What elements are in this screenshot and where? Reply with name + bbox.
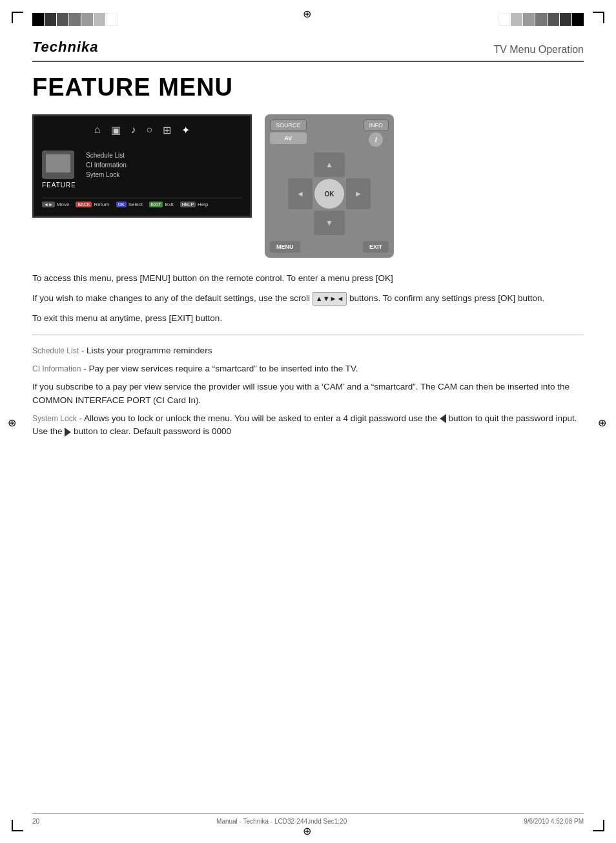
remote-av-button[interactable]: AV <box>270 132 307 144</box>
reg-mark-left <box>8 417 18 427</box>
remote-menu-button[interactable]: MENU <box>270 241 300 253</box>
feature-desc-schedule: Lists your programme reminders <box>87 346 212 355</box>
paragraph-3: To exit this menu at anytime, press [EXI… <box>32 312 584 326</box>
tv-icon-music: ♪ <box>131 124 136 136</box>
feature-item-ci: CI Information - Pay per view services r… <box>32 362 584 375</box>
dpad-empty-bl <box>287 210 313 236</box>
tv-menu-icons: ⌂ ▣ ♪ ○ ⊞ ✦ <box>42 124 242 141</box>
tv-btn-select-label: Select <box>128 202 143 207</box>
page-header: Technika TV Menu Operation <box>32 39 584 62</box>
dpad-empty-tl <box>287 152 313 178</box>
page-section-title: TV Menu Operation <box>493 44 584 56</box>
tv-menu-items-list: Schedule List CI Information Sytem Lock <box>86 151 242 180</box>
para3-text: To exit this menu at anytime, press [EXI… <box>32 313 222 323</box>
reg-mark-top <box>303 8 313 18</box>
remote-bottom-row: MENU EXIT <box>270 241 389 253</box>
tv-content-area: FEATURE Schedule List CI Information Syt… <box>42 151 242 189</box>
footer-left-text: Manual - Technika - LCD32-244.indd Sec1:… <box>216 818 347 825</box>
arrow-right-icon <box>65 428 71 437</box>
remote-info-button[interactable]: i <box>369 132 383 147</box>
section-divider <box>32 335 584 335</box>
dpad-up-button[interactable]: ▲ <box>314 152 345 177</box>
page-footer: 20 Manual - Technika - LCD32-244.indd Se… <box>32 813 584 825</box>
dpad-empty-tr <box>345 152 371 178</box>
dpad-down-button[interactable]: ▼ <box>314 211 345 235</box>
remote-source-label: SOURCE <box>270 120 307 131</box>
corner-mark-tr <box>593 12 604 23</box>
tv-btn-exit: EXIT Exit <box>149 202 174 207</box>
feature-desc-ci: Pay per view services require a “smartca… <box>88 364 358 373</box>
calib-bars-top-right <box>498 13 584 26</box>
tv-feature-label: FEATURE <box>42 182 76 189</box>
tv-btn-return-key: BACK <box>76 202 92 207</box>
tv-btn-exit-key: EXIT <box>149 202 163 207</box>
feature-title-ci: CI Information <box>32 364 81 373</box>
content-section: To access this menu, press [MENU] button… <box>32 272 584 326</box>
feature-item-syslock: System Lock - Allows you to lock or unlo… <box>32 412 584 439</box>
tv-screen-mockup: ⌂ ▣ ♪ ○ ⊞ ✦ FEATURE Schedule List CI Inf… <box>32 114 252 218</box>
dpad-ok-button[interactable]: OK <box>314 179 344 209</box>
page-number: 20 <box>32 818 39 825</box>
para2-suffix-text: buttons. To confirm any settings press [… <box>349 293 544 303</box>
paragraph-1: To access this menu, press [MENU] button… <box>32 272 584 286</box>
tv-menu-item-0: Schedule List <box>86 151 242 160</box>
para1-text: To access this menu, press [MENU] button… <box>32 273 393 283</box>
calib-bars-top-left <box>32 13 118 26</box>
feature-title-schedule: Schedule List <box>32 346 79 355</box>
scroll-arrows-indicator: ▲▼►◄ <box>313 292 347 306</box>
tv-icon-settings: ✦ <box>181 124 190 136</box>
tv-btn-return-label: Return <box>94 202 109 207</box>
dpad-right-button[interactable]: ► <box>346 178 371 209</box>
corner-mark-bl <box>12 820 23 831</box>
remote-info-label: INFO <box>364 120 389 131</box>
tv-icon-grid: ⊞ <box>163 124 171 136</box>
tv-btn-help: HELP Help <box>180 202 209 207</box>
feature-item-cam: If you subscribe to a pay per view servi… <box>32 380 584 407</box>
tv-btn-move: ◄► Move <box>42 202 69 207</box>
tv-icon-display: ▣ <box>111 124 121 136</box>
tv-btn-move-key: ◄► <box>42 202 55 207</box>
feature-desc-syslock: Allows you to lock or unlock the menu. Y… <box>32 413 577 436</box>
brand-logo: Technika <box>32 39 99 56</box>
page-title: FEATURE MENU <box>32 74 584 101</box>
feature-title-syslock: System Lock <box>32 414 77 423</box>
tv-icon-home: ⌂ <box>94 124 101 136</box>
remote-dpad: ▲ ◄ OK ► ▼ <box>287 152 371 236</box>
tv-feature-image <box>42 151 74 179</box>
arrow-left-icon <box>440 414 446 423</box>
tv-menu-item-1: CI Information <box>86 160 242 170</box>
tv-btn-help-label: Help <box>198 202 208 207</box>
remote-info-area: INFO i <box>364 120 389 147</box>
remote-exit-button[interactable]: EXIT <box>363 241 389 253</box>
feature-desc-cam: If you subscribe to a pay per view servi… <box>32 382 570 404</box>
feature-sep-schedule: - <box>81 346 87 355</box>
feature-item-schedule: Schedule List - Lists your programme rem… <box>32 344 584 357</box>
tv-btn-exit-label: Exit <box>165 202 173 207</box>
tv-bottom-bar: ◄► Move BACK Return OK Select EXIT Exit … <box>42 198 242 207</box>
tv-btn-select-key: OK <box>116 202 127 207</box>
feature-sep-syslock: - <box>79 413 84 423</box>
page-content: Technika TV Menu Operation FEATURE MENU … <box>32 39 584 804</box>
tv-btn-select: OK Select <box>116 202 143 207</box>
tv-btn-help-key: HELP <box>180 202 196 207</box>
reg-mark-right <box>598 417 608 427</box>
dpad-empty-br <box>345 210 371 236</box>
paragraph-2: If you wish to make changes to any of th… <box>32 292 584 306</box>
remote-top-row: SOURCE AV INFO i <box>270 120 389 147</box>
tv-feature-icon-block: FEATURE <box>42 151 76 189</box>
screenshots-row: ⌂ ▣ ♪ ○ ⊞ ✦ FEATURE Schedule List CI Inf… <box>32 114 584 258</box>
para2-text: If you wish to make changes to any of th… <box>32 293 310 303</box>
tv-btn-return: BACK Return <box>76 202 109 207</box>
footer-right-text: 9/6/2010 4:52:08 PM <box>524 818 584 825</box>
remote-source-area: SOURCE AV <box>270 120 307 147</box>
remote-control-mockup: SOURCE AV INFO i ▲ ◄ OK ► <box>265 114 394 258</box>
reg-mark-bottom <box>303 825 313 835</box>
tv-menu-item-2: Sytem Lock <box>86 170 242 180</box>
dpad-left-button[interactable]: ◄ <box>288 178 313 209</box>
tv-btn-move-label: Move <box>57 202 70 207</box>
corner-mark-tl <box>12 12 23 23</box>
corner-mark-br <box>593 820 604 831</box>
tv-icon-clock: ○ <box>147 124 153 136</box>
